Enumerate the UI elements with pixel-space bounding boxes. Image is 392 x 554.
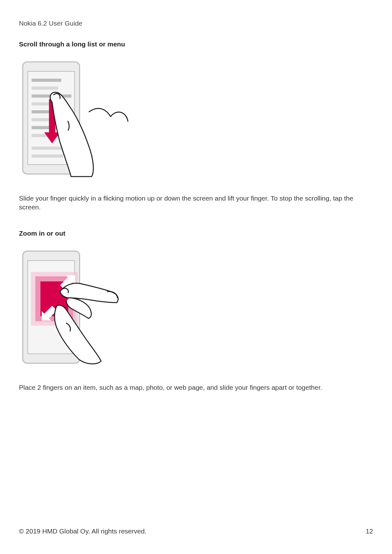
svg-rect-11 xyxy=(32,154,63,158)
section-heading-zoom: Zoom in or out xyxy=(19,230,373,237)
footer-page-number: 12 xyxy=(366,527,373,535)
page-footer: © 2019 HMD Global Oy. All rights reserve… xyxy=(19,527,373,535)
svg-rect-2 xyxy=(32,79,61,82)
scroll-gesture-icon xyxy=(22,61,136,178)
zoom-gesture-icon xyxy=(22,250,136,367)
illustration-zoom xyxy=(22,250,373,369)
illustration-scroll xyxy=(22,61,373,179)
zoom-body-text: Place 2 fingers on an item, such as a ma… xyxy=(19,383,366,392)
footer-copyright: © 2019 HMD Global Oy. All rights reserve… xyxy=(19,527,147,535)
doc-title: Nokia 6.2 User Guide xyxy=(19,20,373,27)
svg-rect-3 xyxy=(32,87,58,90)
section-heading-scroll: Scroll through a long list or menu xyxy=(19,40,373,48)
scroll-body-text: Slide your finger quickly in a flicking … xyxy=(19,194,366,212)
